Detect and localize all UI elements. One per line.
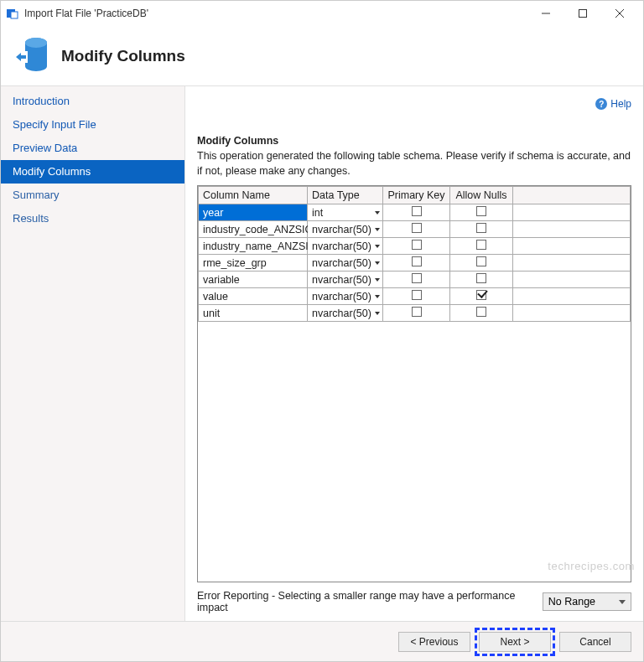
chevron-down-icon [375, 295, 380, 298]
cell-data-type[interactable]: nvarchar(50) [308, 272, 383, 288]
checkbox-allow-nulls[interactable] [476, 223, 486, 233]
checkbox-primary-key[interactable] [412, 273, 422, 283]
checkbox-primary-key[interactable] [412, 256, 422, 266]
section-title: Modify Columns [197, 135, 631, 147]
next-button[interactable]: Next > [479, 632, 551, 652]
cell-column-name[interactable]: value [199, 288, 308, 305]
cancel-button[interactable]: Cancel [559, 632, 631, 652]
checkbox-allow-nulls[interactable] [476, 256, 486, 266]
cell-extra [513, 288, 631, 305]
cell-allow-nulls[interactable] [450, 305, 513, 322]
content: Introduction Specify Input File Preview … [1, 86, 643, 621]
cell-primary-key[interactable] [383, 305, 450, 322]
cell-allow-nulls[interactable] [450, 238, 513, 255]
svg-rect-3 [579, 10, 587, 18]
error-reporting-row: Error Reporting - Selecting a smaller ra… [197, 591, 631, 613]
table-row[interactable]: unitnvarchar(50) [199, 305, 631, 322]
window: Import Flat File 'PracticeDB' Modify Col… [0, 0, 644, 662]
chevron-down-icon [619, 600, 626, 604]
cell-allow-nulls[interactable] [450, 255, 513, 272]
help-icon[interactable]: ? [595, 98, 607, 110]
col-header-nulls[interactable]: Allow Nulls [450, 187, 513, 204]
checkbox-allow-nulls[interactable] [476, 290, 486, 300]
cell-data-type[interactable]: int [308, 204, 383, 221]
chevron-down-icon [375, 278, 380, 282]
cell-column-name[interactable]: industry_name_ANZSIC [199, 238, 308, 255]
table-row[interactable]: industry_code_ANZSICnvarchar(50) [199, 221, 631, 238]
close-button[interactable] [601, 2, 638, 25]
titlebar: Import Flat File 'PracticeDB' [1, 1, 643, 26]
checkbox-primary-key[interactable] [412, 240, 422, 250]
section-description: This operation generated the following t… [197, 148, 631, 178]
cell-primary-key[interactable] [383, 255, 450, 272]
page-title: Modify Columns [61, 47, 185, 65]
cell-data-type[interactable]: nvarchar(50) [308, 288, 383, 305]
window-title: Import Flat File 'PracticeDB' [24, 8, 527, 19]
sidebar-item-introduction[interactable]: Introduction [1, 90, 184, 113]
chevron-down-icon [375, 261, 380, 265]
sidebar-item-specify-input[interactable]: Specify Input File [1, 113, 184, 137]
cell-data-type[interactable]: nvarchar(50) [308, 255, 383, 272]
table-row[interactable]: industry_name_ANZSICnvarchar(50) [199, 238, 631, 255]
cell-extra [513, 238, 631, 255]
cell-data-type[interactable]: nvarchar(50) [308, 238, 383, 255]
wizard-footer: < Previous Next > Cancel [1, 621, 643, 661]
cell-primary-key[interactable] [383, 272, 450, 288]
cell-extra [513, 272, 631, 288]
chevron-down-icon [375, 312, 380, 315]
sidebar-item-summary[interactable]: Summary [1, 184, 184, 207]
database-icon [11, 34, 48, 78]
cell-column-name[interactable]: industry_code_ANZSIC [199, 221, 308, 238]
grid-header-row: Column Name Data Type Primary Key Allow … [199, 187, 631, 204]
cell-primary-key[interactable] [383, 288, 450, 305]
cell-data-type[interactable]: nvarchar(50) [308, 221, 383, 238]
svg-point-7 [25, 38, 47, 48]
chevron-down-icon [375, 245, 380, 248]
checkbox-allow-nulls[interactable] [476, 307, 486, 317]
cell-allow-nulls[interactable] [450, 221, 513, 238]
main-panel: ? Help Modify Columns This operation gen… [185, 86, 643, 621]
cell-column-name[interactable]: unit [199, 305, 308, 322]
wizard-sidebar: Introduction Specify Input File Preview … [1, 86, 185, 621]
checkbox-primary-key[interactable] [412, 206, 422, 216]
col-header-datatype[interactable]: Data Type [308, 187, 383, 204]
cell-allow-nulls[interactable] [450, 204, 513, 221]
cell-allow-nulls[interactable] [450, 272, 513, 288]
cell-primary-key[interactable] [383, 204, 450, 221]
wizard-header: Modify Columns [1, 26, 643, 86]
sidebar-item-results[interactable]: Results [1, 207, 184, 230]
svg-rect-1 [11, 12, 18, 18]
schema-grid[interactable]: Column Name Data Type Primary Key Allow … [197, 185, 631, 582]
col-header-pk[interactable]: Primary Key [383, 187, 450, 204]
table-row[interactable]: variablenvarchar(50) [199, 272, 631, 288]
help-link[interactable]: Help [610, 98, 631, 110]
minimize-button[interactable] [527, 2, 564, 25]
checkbox-primary-key[interactable] [412, 290, 422, 300]
cell-primary-key[interactable] [383, 238, 450, 255]
checkbox-allow-nulls[interactable] [476, 240, 486, 250]
checkbox-allow-nulls[interactable] [476, 206, 486, 216]
table-row[interactable]: valuenvarchar(50) [199, 288, 631, 305]
cell-allow-nulls[interactable] [450, 288, 513, 305]
table-row[interactable]: yearint [199, 204, 631, 221]
range-dropdown-value: No Range [548, 596, 595, 608]
checkbox-primary-key[interactable] [412, 307, 422, 317]
sidebar-item-preview-data[interactable]: Preview Data [1, 137, 184, 160]
col-header-extra [513, 187, 631, 204]
help-row: ? Help [197, 95, 631, 113]
previous-button[interactable]: < Previous [398, 632, 470, 652]
checkbox-allow-nulls[interactable] [476, 273, 486, 283]
maximize-button[interactable] [564, 2, 601, 25]
cell-data-type[interactable]: nvarchar(50) [308, 305, 383, 322]
table-row[interactable]: rme_size_grpnvarchar(50) [199, 255, 631, 272]
range-dropdown[interactable]: No Range [543, 592, 631, 611]
sidebar-item-modify-columns[interactable]: Modify Columns [1, 160, 184, 184]
chevron-down-icon [375, 228, 380, 231]
checkbox-primary-key[interactable] [412, 223, 422, 233]
cell-primary-key[interactable] [383, 221, 450, 238]
col-header-name[interactable]: Column Name [199, 187, 308, 204]
cell-column-name[interactable]: variable [199, 272, 308, 288]
cell-column-name[interactable]: rme_size_grp [199, 255, 308, 272]
error-reporting-label: Error Reporting - Selecting a smaller ra… [197, 590, 543, 613]
cell-column-name[interactable]: year [199, 204, 308, 221]
